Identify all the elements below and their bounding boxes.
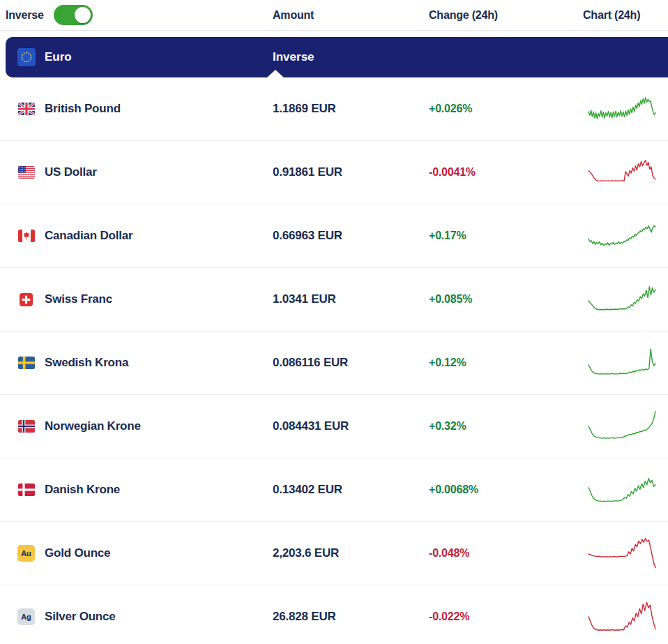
currency-row[interactable]: Canadian Dollar 0.66963 EUR +0.17% [0, 204, 668, 268]
currency-rows: British Pound 1.1869 EUR +0.026% US Doll… [0, 77, 668, 644]
currency-row[interactable]: Norwegian Krone 0.084431 EUR +0.32% [0, 395, 668, 458]
currency-amount: 0.13402 EUR [273, 483, 429, 497]
currency-row[interactable]: Au Gold Ounce 2,203.6 EUR -0.048% [0, 522, 668, 585]
ca-flag-icon [17, 230, 36, 242]
currency-row[interactable]: Swedish Krona 0.086116 EUR +0.12% [0, 331, 668, 395]
currency-name: Danish Krone [45, 483, 120, 497]
gb-flag-icon [17, 103, 36, 115]
toggle-knob-icon [75, 7, 91, 23]
currency-change: +0.0068% [429, 484, 583, 496]
currency-amount: 0.91861 EUR [273, 165, 429, 179]
ch-flag-icon [17, 293, 36, 306]
column-header-amount: Amount [273, 9, 429, 22]
sparkline-chart [589, 89, 655, 129]
currency-row[interactable]: Swiss Franc 1.0341 EUR +0.085% [0, 268, 668, 331]
inverse-label: Inverse [6, 9, 44, 22]
currency-name: Swiss Franc [45, 292, 112, 306]
au-badge-icon: Au [17, 545, 35, 562]
base-row-inverse-label: Inverse [273, 50, 668, 64]
sparkline-chart [589, 406, 655, 447]
column-header-chart: Chart (24h) [583, 9, 668, 22]
sparkline-chart [589, 533, 655, 574]
currency-row[interactable]: Danish Krone 0.13402 EUR +0.0068% [0, 458, 668, 522]
currency-name: US Dollar [45, 165, 97, 179]
base-currency-name: Euro [45, 50, 72, 64]
currency-change: -0.022% [429, 611, 583, 623]
base-currency-row-euro[interactable]: Euro Inverse [6, 37, 668, 77]
inverse-toggle[interactable] [54, 5, 93, 25]
table-header: Inverse Amount Change (24h) Chart (24h) [0, 0, 668, 31]
currency-change: -0.0041% [429, 166, 583, 179]
us-flag-icon [17, 166, 36, 179]
currency-name: Silver Ounce [45, 610, 116, 624]
currency-amount: 0.084431 EUR [273, 419, 429, 433]
silver-badge-host: Ag [17, 608, 36, 625]
column-header-change: Change (24h) [429, 9, 583, 22]
currency-change: +0.085% [429, 293, 583, 306]
sparkline-chart [589, 343, 655, 383]
currency-change: +0.32% [429, 420, 583, 433]
dk-flag-icon [17, 484, 36, 496]
currency-amount: 2,203.6 EUR [273, 546, 429, 560]
inverse-control: Inverse [6, 5, 273, 25]
currency-amount: 0.66963 EUR [273, 229, 429, 243]
currency-converter-table: Inverse Amount Change (24h) Chart (24h) … [0, 0, 668, 644]
sparkline-chart [589, 279, 655, 320]
selected-column-notch [267, 70, 284, 77]
currency-name: Norwegian Krone [45, 419, 141, 433]
currency-change: +0.026% [429, 103, 583, 115]
currency-row[interactable]: British Pound 1.1869 EUR +0.026% [0, 77, 668, 141]
sparkline-chart [589, 152, 655, 193]
currency-row[interactable]: US Dollar 0.91861 EUR -0.0041% [0, 141, 668, 204]
currency-amount: 1.1869 EUR [273, 102, 429, 116]
currency-name: Gold Ounce [45, 546, 110, 560]
sparkline-chart [589, 216, 655, 256]
no-flag-icon [17, 420, 36, 433]
sparkline-chart [589, 470, 655, 510]
se-flag-icon [17, 357, 36, 369]
currency-row[interactable]: Ag Silver Ounce 26.828 EUR -0.022% [0, 585, 668, 644]
ag-badge-icon: Ag [17, 608, 35, 625]
currency-change: +0.12% [429, 357, 583, 369]
currency-change: +0.17% [429, 230, 583, 242]
sparkline-chart [589, 597, 655, 637]
currency-amount: 1.0341 EUR [273, 292, 429, 306]
currency-name: Swedish Krona [45, 356, 128, 370]
currency-amount: 26.828 EUR [273, 610, 429, 624]
eu-flag-icon [17, 48, 36, 66]
currency-amount: 0.086116 EUR [273, 356, 429, 370]
currency-change: -0.048% [429, 547, 583, 560]
currency-name: Canadian Dollar [45, 229, 132, 243]
currency-name: British Pound [45, 102, 121, 116]
gold-badge-host: Au [17, 545, 36, 562]
